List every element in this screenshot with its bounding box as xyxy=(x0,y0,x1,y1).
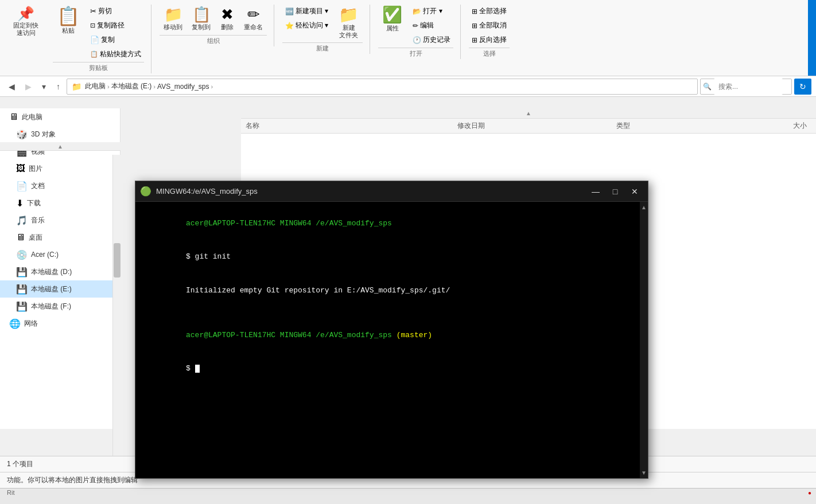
terminal-line-1: acer@LAPTOP-TLEN17HC MINGW64 /e/AVS_modi… xyxy=(141,206,634,240)
paste-shortcut-button[interactable]: 📋 粘贴快捷方式 xyxy=(87,48,144,61)
col-size-header[interactable]: 大小 xyxy=(722,121,811,131)
path-item-pc[interactable]: 此电脑 xyxy=(85,81,106,91)
this-pc-label: 此电脑 xyxy=(22,112,42,122)
down-arrow-button[interactable]: ▾ xyxy=(38,80,50,93)
documents-label: 文档 xyxy=(31,181,45,191)
sidebar-item-this-pc[interactable]: 🖥 此电脑 xyxy=(0,108,120,126)
cut-label: 剪切 xyxy=(98,6,112,16)
move-to-button[interactable]: 📁 移动到 xyxy=(160,5,186,34)
col-type-header[interactable]: 类型 xyxy=(616,121,722,131)
pin-button[interactable]: 📌 固定到快速访问 xyxy=(9,5,42,39)
terminal-dollar: $ xyxy=(186,364,195,373)
ribbon: 📌 固定到快速访问 📋 粘贴 ✂ 剪切 xyxy=(0,0,816,76)
up-button[interactable]: ↑ xyxy=(52,80,64,93)
path-sep-3: › xyxy=(211,83,213,90)
file-scroll-up[interactable]: ▲ xyxy=(241,108,816,119)
rename-icon: ✏ xyxy=(247,7,260,22)
local-d-icon: 💾 xyxy=(16,267,28,278)
terminal-window: 🟢 MINGW64:/e/AVS_modify_sps — □ ✕ acer@L… xyxy=(135,181,648,479)
address-bar: ◀ ▶ ▾ ↑ 📁 此电脑 › 本地磁盘 (E:) › AVS_modify_s… xyxy=(0,76,816,97)
3d-icon: 🎲 xyxy=(16,129,28,140)
properties-button[interactable]: ✅ 属性 xyxy=(378,5,406,46)
select-all-button[interactable]: ⊞ 全部选择 xyxy=(469,5,510,18)
terminal-titlebar: 🟢 MINGW64:/e/AVS_modify_sps — □ ✕ xyxy=(135,181,648,202)
paste-button[interactable]: 📋 粘贴 xyxy=(53,5,84,61)
terminal-line-2: $ git init xyxy=(141,240,634,274)
sidebar-scroll-up[interactable]: ▲ xyxy=(0,142,121,151)
rename-button[interactable]: ✏ 重命名 xyxy=(240,5,267,34)
terminal-line-5: acer@LAPTOP-TLEN17HC MINGW64 /e/AVS_modi… xyxy=(141,318,634,352)
sidebar-item-3d[interactable]: 🎲 3D 对象 xyxy=(0,126,120,143)
music-label: 音乐 xyxy=(31,216,45,225)
search-icon: 🔍 xyxy=(703,83,712,91)
terminal-close-button[interactable]: ✕ xyxy=(626,183,643,200)
select-none-label: 全部取消 xyxy=(479,21,507,30)
back-button[interactable]: ◀ xyxy=(5,80,19,93)
col-date-header[interactable]: 修改日期 xyxy=(457,121,616,131)
terminal-cmd-1: $ git init xyxy=(186,252,231,261)
network-icon: 🌐 xyxy=(9,318,21,329)
copy-path-button[interactable]: ⊡ 复制路径 xyxy=(87,19,144,32)
sidebar-item-downloads[interactable]: ⬇ 下载 xyxy=(0,194,120,212)
sidebar-item-music[interactable]: 🎵 音乐 xyxy=(0,212,120,229)
new-item-icon: 🆕 xyxy=(285,7,294,15)
open-label: 打开 xyxy=(378,48,453,59)
select-none-button[interactable]: ⊞ 全部取消 xyxy=(469,19,510,32)
downloads-label: 下载 xyxy=(27,198,41,208)
edit-icon: ✏ xyxy=(413,22,418,30)
new-item-button[interactable]: 🆕 新建项目 ▾ xyxy=(282,5,331,18)
sidebar-item-network[interactable]: 🌐 网络 xyxy=(0,315,120,332)
sidebar-item-acer-c[interactable]: 💿 Acer (C:) xyxy=(0,246,120,263)
col-name-header[interactable]: 名称 xyxy=(246,121,457,131)
invert-select-button[interactable]: ⊞ 反向选择 xyxy=(469,33,510,46)
terminal-minimize-button[interactable]: — xyxy=(587,183,604,200)
ribbon-group-open: ✅ 属性 📂 打开 ▾ ✏ 编辑 🕐 xyxy=(374,5,461,59)
copy-button[interactable]: 📄 复制 xyxy=(87,33,144,46)
terminal-cursor xyxy=(195,365,200,373)
edit-label: 编辑 xyxy=(420,21,434,30)
edit-button[interactable]: ✏ 编辑 xyxy=(410,19,453,32)
network-label: 网络 xyxy=(24,319,38,329)
new-folder-button[interactable]: 📁 新建文件夹 xyxy=(335,5,363,41)
terminal-line-6: $ xyxy=(141,352,634,386)
history-button[interactable]: 🕐 历史记录 xyxy=(410,33,453,46)
path-item-avs[interactable]: AVS_modify_sps xyxy=(157,83,209,91)
acer-c-icon: 💿 xyxy=(16,249,28,260)
refresh-button[interactable]: ↻ xyxy=(794,79,811,95)
sidebar-item-local-d[interactable]: 💾 本地磁盘 (D:) xyxy=(0,263,120,280)
sidebar-item-pictures[interactable]: 🖼 图片 xyxy=(0,160,120,177)
terminal-maximize-button[interactable]: □ xyxy=(607,183,624,200)
terminal-branch: (master) xyxy=(397,331,432,339)
sidebar-item-desktop[interactable]: 🖥 桌面 xyxy=(0,229,120,246)
local-f-label: 本地磁盘 (F:) xyxy=(31,302,71,311)
pin-icon: 📌 xyxy=(17,7,34,21)
cut-button[interactable]: ✂ 剪切 xyxy=(87,5,144,18)
copy-path-icon: ⊡ xyxy=(90,22,95,29)
ribbon-group-select: ⊞ 全部选择 ⊞ 全部取消 ⊞ 反向选择 选择 xyxy=(464,5,516,59)
sidebar-item-documents[interactable]: 📄 文档 xyxy=(0,177,120,194)
properties-label: 属性 xyxy=(386,24,399,33)
open-button[interactable]: 📂 打开 ▾ xyxy=(410,5,453,18)
terminal-scrollbar[interactable]: ▲ ▼ xyxy=(640,202,648,478)
history-icon: 🕐 xyxy=(413,36,421,44)
sidebar-scrollbar[interactable]: ▼ xyxy=(112,155,121,464)
tip-text: 功能。你可以将本地的图片直接拖拽到编辑 xyxy=(7,475,138,485)
sidebar-item-local-e[interactable]: 💾 本地磁盘 (E:) xyxy=(0,280,120,298)
easy-access-button[interactable]: ⭐ 轻松访问 ▾ xyxy=(282,19,331,32)
delete-button[interactable]: ✖ 删除 xyxy=(216,5,239,34)
path-item-e[interactable]: 本地磁盘 (E:) xyxy=(111,81,152,91)
ribbon-scrollbar[interactable]: ▼ xyxy=(808,0,816,76)
terminal-scroll-up[interactable]: ▲ xyxy=(639,202,648,213)
sidebar-item-local-f[interactable]: 💾 本地磁盘 (F:) xyxy=(0,298,120,315)
acer-c-label: Acer (C:) xyxy=(31,251,59,259)
copy-icon: 📄 xyxy=(90,36,99,44)
path-sep-1: › xyxy=(107,83,110,90)
terminal-scroll-down[interactable]: ▼ xyxy=(639,467,648,478)
ribbon-group-clipboard: 📋 粘贴 ✂ 剪切 ⊡ 复制路径 📄 xyxy=(48,5,151,73)
terminal-body[interactable]: acer@LAPTOP-TLEN17HC MINGW64 /e/AVS_modi… xyxy=(135,202,640,478)
forward-button[interactable]: ▶ xyxy=(21,80,36,93)
sidebar-scroll-thumb xyxy=(114,243,121,278)
copy-to-button[interactable]: 📋 复制到 xyxy=(188,5,215,34)
open-label: 打开 ▾ xyxy=(423,6,442,16)
search-input[interactable] xyxy=(714,79,783,95)
